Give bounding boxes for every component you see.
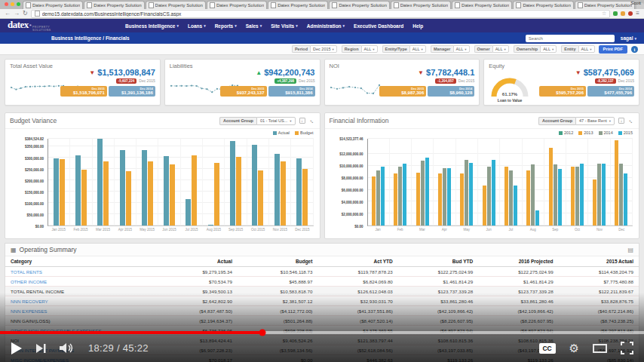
browser-tab[interactable]: Datex Property Solutions [452,1,512,9]
bar-2014 [619,164,623,225]
browser-tab[interactable]: Datex Property Solutions [329,1,389,9]
theater-mode-button[interactable] [593,344,607,353]
nav-item-business-intelligence[interactable]: Business Intelligence▾ [125,23,179,29]
x-tick-label: Oct 2015 [247,226,268,235]
minimize-window-button[interactable] [11,2,14,6]
extension-icon[interactable] [628,11,633,16]
nav-item-administration[interactable]: Administration▾ [307,23,345,29]
browser-tab[interactable]: Datex Property Solutions [146,1,206,9]
change-badge: -8,282,137 [595,78,616,84]
account-group-select[interactable]: 47 - Base Rent ▾ [575,117,615,125]
chevron-down-icon: ▾ [333,48,334,51]
filter-select[interactable]: ALL▾ [492,45,509,53]
y-tick-label: $8,000,000.00 [342,176,363,180]
filter-value: ALL [456,47,464,51]
nav-item-site-visits[interactable]: Site Visits▾ [271,23,297,29]
expand-icon[interactable]: ↔ [627,116,636,125]
x-tick-label: Sep 2015 [225,226,247,235]
nav-item-sales[interactable]: Sales▾ [246,23,262,29]
value-cell: ($41,337,551.86) [317,308,397,314]
x-tick-label: May [455,226,477,235]
value-cell: $32,930,031.70 [317,299,397,304]
x-axis: JanFebMarAprMayJunJulAugSepOctNovDec [367,226,633,235]
tabs-container: Datex Property SolutionsDatex Property S… [23,1,636,9]
back-icon[interactable]: ← [5,11,11,17]
next-button[interactable] [36,343,46,354]
play-button[interactable] [11,342,23,355]
user-menu[interactable]: sagal ▾ [621,35,636,41]
nav-item-loans[interactable]: Loans▾ [188,23,206,29]
fullscreen-button[interactable] [621,342,633,354]
account-group-select[interactable]: 01 - Total US... ▾ [256,117,296,125]
expand-icon[interactable]: ↔ [307,116,316,125]
bookmark-star-icon[interactable]: ☆ [602,11,606,17]
change-badge: -1,204,857 [435,78,456,84]
category-cell[interactable]: NNN EXPENSES [5,308,158,314]
column-header: Act YTD [317,259,397,264]
chevron-down-icon: ▾ [343,23,345,28]
filter-select[interactable]: ALL▾ [540,45,557,53]
page-favicon [394,2,399,8]
volume-icon[interactable] [60,342,75,354]
extension-icon[interactable] [621,11,625,16]
browser-tab[interactable]: Datex Property Solutions [23,1,83,9]
close-window-button[interactable] [5,2,8,6]
filter-select[interactable]: Dec 2015▾ [310,45,337,53]
datex-logo[interactable]: datex * PROPERTY SOLUTIONS [8,19,98,32]
captions-button[interactable]: CC [539,343,556,354]
y-tick-label: $100,000.00 [25,202,44,206]
nav-item-reports[interactable]: Reports▾ [215,23,237,29]
x-tick-label: Jul 2015 [180,226,202,235]
export-icon[interactable]: ↓ [299,118,305,124]
y-tick-label: $0.00 [354,225,363,229]
filter-select[interactable]: ALL▾ [361,45,378,53]
settings-gear-icon[interactable]: ⚙ [569,342,579,354]
filter-owner: OwnerALL▾ [474,45,509,53]
zoom-window-button[interactable] [17,2,20,6]
badge-period: Dec 2014 [590,87,632,90]
reload-icon[interactable]: ↻ [23,11,28,17]
filter-label: Period [292,45,310,53]
browser-tab[interactable]: Datex Property Solutions [84,1,144,9]
category-cell[interactable]: OTHER INCOME [5,279,158,284]
browser-tab[interactable]: Datex Property Solutions [268,1,328,9]
filter-entity-type: Entity/TypeALL▾ [382,45,426,53]
value-cell: $33,861,280.46 [398,299,478,304]
y-tick-label: $2,000,000.00 [342,213,363,216]
badge-value: $477,455,796 [590,90,632,95]
chevron-down-icon: ▾ [296,23,298,28]
column-header: Bud YTD [398,259,478,264]
forward-icon[interactable]: → [14,11,20,17]
bar-budget [302,169,308,225]
browser-tab[interactable]: Datex Property Solutions [513,1,573,9]
nav-item-help[interactable]: Help [412,23,423,29]
period-badge: Dec 2015$595,757,206 [539,86,586,97]
x-tick-label: Jan [367,226,389,235]
browser-tab[interactable]: Datex Property Solutions [391,1,451,9]
browser-tab[interactable]: Datex Property Solutions [207,1,267,9]
nav-item-executive-dashboard[interactable]: Executive Dashboard [354,23,403,29]
filter-select[interactable]: ALL▾ [453,45,470,53]
print-pdf-button[interactable]: Print PDF [599,45,627,54]
value-cell: ($42,109,866.42) [398,308,478,314]
info-icon[interactable]: i [631,46,638,53]
browser-menu-icon[interactable]: ≡ [636,11,639,17]
category-cell[interactable]: NNN RECOVERY [5,299,158,304]
badge-period: Dec 2015 [541,87,584,90]
category-cell[interactable]: TOTAL RENTS [5,269,158,275]
value-cell: $10,546,118.73 [238,269,317,275]
period-badge: Dec 2015$1,518,706,071 [60,86,107,97]
bar-2015 [558,169,562,225]
change-date: Dec 2015 [458,78,474,83]
legend-label: 2012 [564,130,573,135]
filter-select[interactable]: ALL▾ [578,45,595,53]
address-bar[interactable]: demo15.datexdata.com/BusinessIntelligenc… [31,10,611,18]
extension-icon[interactable] [613,11,618,16]
table-row: NNN EXPENSES($4,837,487.50)($4,112,772.0… [5,306,639,316]
search-input[interactable] [526,35,615,42]
export-icon[interactable]: ▤ [627,247,633,253]
export-icon[interactable]: ↓ [618,118,624,124]
window-controls [5,2,20,6]
browser-tab[interactable]: Datex Property Solutions [575,1,635,9]
filter-select[interactable]: ALL▾ [409,45,426,53]
